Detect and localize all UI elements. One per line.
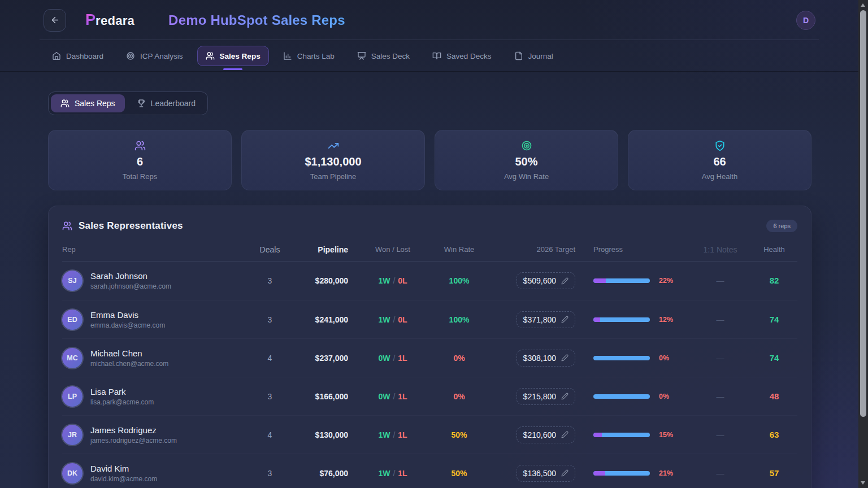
progress-bar-fill: [593, 471, 605, 476]
rep-name: Lisa Park: [90, 387, 154, 396]
won-lost-cell: 0W/1L: [359, 353, 427, 363]
target-edit-field[interactable]: $215,800: [517, 388, 575, 405]
rep-email: emma.davis@acme.com: [90, 321, 165, 329]
progress-bar-fill: [593, 317, 600, 322]
app-window: Predara Demo HubSpot Sales Reps D Dashbo…: [0, 0, 858, 488]
view-toggle-sales-reps[interactable]: Sales Reps: [51, 94, 125, 112]
win-rate: 50%: [451, 469, 467, 478]
scrollbar-thumb[interactable]: [860, 10, 866, 417]
back-button[interactable]: [44, 9, 66, 32]
pencil-icon: [561, 354, 568, 361]
target-cell: $308,100: [492, 350, 593, 367]
trophy-icon: [137, 99, 146, 108]
nav-item-sales-deck[interactable]: Sales Deck: [349, 46, 418, 66]
home-icon: [52, 51, 61, 60]
health-score: 48: [770, 391, 779, 401]
progress-cell: 21%: [593, 469, 691, 477]
progress-bar: [593, 471, 650, 476]
trending-up-icon: [328, 140, 339, 151]
win-rate-cell: 50%: [427, 430, 492, 440]
win-rate: 100%: [449, 276, 470, 285]
target-cell: $136,500: [492, 465, 593, 482]
nav-item-icp-analysis[interactable]: ICP Analysis: [118, 46, 192, 66]
pipeline-value: $166,000: [291, 392, 359, 401]
table-header-row: RepDealsPipelineWon / LostWin Rate2026 T…: [62, 238, 797, 262]
nav-item-journal[interactable]: Journal: [506, 46, 562, 66]
stat-value: $1,130,000: [305, 155, 361, 168]
app-header: Predara Demo HubSpot Sales Reps D: [0, 0, 858, 40]
target-edit-field[interactable]: $210,600: [517, 426, 575, 443]
won-lost-cell: 1W/0L: [359, 276, 427, 286]
scrollbar-up-arrow-icon[interactable]: [861, 3, 865, 7]
table-body: SJSarah Johnsonsarah.johnson@acme.com3$2…: [62, 262, 797, 488]
column-header-1-1-notes: 1:1 Notes: [691, 245, 750, 254]
rep-cell: JRJames Rodriguezjames.rodriguez@acme.co…: [62, 425, 249, 445]
active-tab-indicator: [223, 68, 242, 70]
won-lost-separator: /: [393, 430, 395, 439]
target-edit-field[interactable]: $136,500: [517, 465, 575, 482]
avatar-initials: LP: [62, 386, 83, 407]
pipeline-value: $76,000: [291, 469, 359, 478]
stat-card-avg-health: 66Avg Health: [628, 130, 811, 190]
nav-item-sales-reps[interactable]: Sales Reps: [197, 46, 269, 66]
notes-placeholder: —: [691, 354, 750, 363]
brand-name: redara: [96, 14, 134, 28]
notes-placeholder: —: [691, 469, 750, 478]
column-header-2026-target: 2026 Target: [492, 245, 593, 254]
nav-item-charts-lab[interactable]: Charts Lab: [275, 46, 343, 66]
avatar-initials: ED: [62, 310, 83, 330]
scrollbar-down-arrow-icon[interactable]: [861, 481, 865, 485]
pencil-icon: [561, 431, 568, 438]
rep-name: Sarah Johnson: [90, 271, 171, 281]
won-lost-cell: 0W/1L: [359, 391, 427, 402]
rep-identity: Lisa Parklisa.park@acme.com: [90, 387, 154, 406]
nav-item-dashboard[interactable]: Dashboard: [44, 46, 112, 66]
section-title: Sales Representatives: [79, 220, 183, 232]
deals-count: 4: [249, 430, 291, 439]
pipeline-value: $280,000: [291, 276, 359, 285]
page-title: Demo HubSpot Sales Reps: [168, 12, 345, 28]
rep-row: LPLisa Parklisa.park@acme.com3$166,0000W…: [62, 377, 797, 415]
pipeline-value: $237,000: [291, 354, 359, 363]
shield-check-icon: [714, 140, 726, 151]
won-lost-separator: /: [393, 315, 395, 324]
notes-placeholder: —: [691, 430, 750, 439]
rep-cell: DKDavid Kimdavid.kim@acme.com: [62, 463, 249, 483]
stat-label: Avg Health: [702, 172, 737, 181]
target-icon: [521, 140, 532, 151]
health-cell: 63: [750, 430, 798, 440]
rep-email: lisa.park@acme.com: [90, 398, 154, 406]
target-cell: $371,800: [492, 311, 593, 328]
target-value: $210,600: [523, 430, 556, 439]
deals-count: 3: [249, 392, 291, 401]
target-edit-field[interactable]: $308,100: [517, 350, 575, 367]
pencil-icon: [561, 277, 568, 285]
target-value: $371,800: [523, 315, 556, 324]
reps-count-badge: 6 reps: [766, 220, 797, 232]
rep-name: David Kim: [90, 464, 157, 473]
view-toggle-leaderboard[interactable]: Leaderboard: [127, 94, 205, 112]
target-value: $136,500: [523, 469, 556, 478]
view-toggle: Sales RepsLeaderboard: [48, 91, 208, 115]
scrollbar[interactable]: [858, 0, 868, 488]
rep-identity: Michael Chenmichael.chen@acme.com: [90, 348, 168, 368]
won-lost-cell: 1W/0L: [359, 315, 427, 325]
rep-row: JRJames Rodriguezjames.rodriguez@acme.co…: [62, 415, 797, 454]
bar-chart-icon: [283, 51, 292, 60]
target-edit-field[interactable]: $509,600: [517, 272, 575, 289]
won-count: 1W: [378, 430, 390, 439]
pencil-icon: [561, 469, 568, 477]
target-value: $215,800: [523, 392, 556, 401]
progress-percent: 22%: [659, 277, 673, 285]
toggle-label: Sales Reps: [75, 99, 115, 108]
nav-item-label: Journal: [528, 52, 553, 60]
won-lost-separator: /: [393, 392, 395, 401]
target-value: $509,600: [523, 276, 556, 285]
nav-item-saved-decks[interactable]: Saved Decks: [424, 46, 500, 66]
user-avatar[interactable]: D: [796, 11, 815, 30]
column-header-win-rate: Win Rate: [427, 245, 492, 254]
rep-row: DKDavid Kimdavid.kim@acme.com3$76,0001W/…: [62, 454, 797, 488]
target-cell: $215,800: [492, 388, 593, 405]
target-icon: [126, 51, 135, 60]
target-edit-field[interactable]: $371,800: [517, 311, 575, 328]
